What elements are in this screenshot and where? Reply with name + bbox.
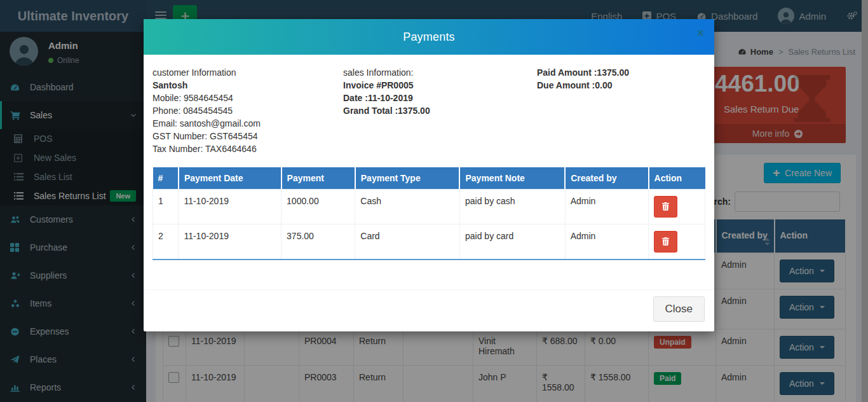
modal-title: Payments	[403, 31, 455, 44]
customer-name: Santosh	[153, 79, 343, 92]
payment-row: 2 11-10-2019 375.00 Card paid by card Ad…	[153, 224, 705, 260]
col-payment-type: Payment Type	[355, 167, 460, 189]
sales-info-block: sales Information: Invoice #PR0005 Date …	[343, 66, 537, 155]
payment-type: Card	[355, 224, 460, 260]
invoice-number: Invoice #PR0005	[343, 79, 537, 92]
modal-close-button[interactable]: Close	[653, 296, 705, 322]
grand-total: Grand Total :1375.00	[343, 104, 537, 117]
modal-close-icon[interactable]: ×	[697, 27, 704, 39]
row-number: 2	[153, 224, 179, 260]
customer-phone: Phone: 0845454545	[153, 104, 343, 117]
payment-amount: 1000.00	[281, 189, 355, 224]
customer-gst: GST Number: GST645454	[153, 130, 343, 142]
col-payment: Payment	[281, 167, 355, 189]
payment-amount: 375.00	[281, 224, 355, 260]
payments-header-row: # Payment Date Payment Payment Type Paym…	[153, 167, 705, 189]
customer-mobile: Mobile: 9584645454	[153, 92, 343, 104]
modal-footer: Close	[144, 289, 714, 331]
paid-amount: Paid Amount :1375.00	[537, 66, 705, 79]
customer-email: Email: santosh@gmail.com	[153, 117, 343, 130]
col-number: #	[153, 167, 179, 189]
customer-info-heading: customer Information	[153, 66, 343, 79]
col-payment-date: Payment Date	[179, 167, 281, 189]
payment-created-by: Admin	[565, 189, 648, 224]
payment-info-row: customer Information Santosh Mobile: 958…	[153, 66, 705, 155]
delete-payment-button[interactable]	[654, 196, 677, 218]
sales-info-heading: sales Information:	[343, 66, 537, 79]
customer-tax: Tax Number: TAX6464646	[153, 142, 343, 155]
invoice-date: Date :11-10-2019	[343, 92, 537, 104]
payment-date: 11-10-2019	[179, 189, 281, 224]
payment-date: 11-10-2019	[179, 224, 281, 260]
modal-body: customer Information Santosh Mobile: 958…	[144, 55, 714, 289]
modal-header: Payments ×	[144, 19, 714, 55]
due-amount: Due Amount :0.00	[537, 79, 705, 92]
col-created-by: Created by	[565, 167, 648, 189]
payment-note: paid by card	[459, 224, 565, 260]
row-number: 1	[153, 189, 179, 224]
payment-row: 1 11-10-2019 1000.00 Cash paid by cash A…	[153, 189, 705, 224]
delete-payment-button[interactable]	[654, 231, 677, 253]
trash-icon	[661, 202, 670, 211]
payments-modal: Payments × customer Information Santosh …	[144, 19, 714, 331]
col-payment-note: Payment Note	[459, 167, 565, 189]
payment-created-by: Admin	[565, 224, 648, 260]
trash-icon	[661, 237, 670, 246]
payments-table: # Payment Date Payment Payment Type Paym…	[153, 167, 705, 260]
col-action: Action	[649, 167, 705, 189]
payment-type: Cash	[355, 189, 460, 224]
customer-info-block: customer Information Santosh Mobile: 958…	[153, 66, 343, 155]
payment-note: paid by cash	[459, 189, 565, 224]
amounts-block: Paid Amount :1375.00 Due Amount :0.00	[537, 66, 705, 155]
